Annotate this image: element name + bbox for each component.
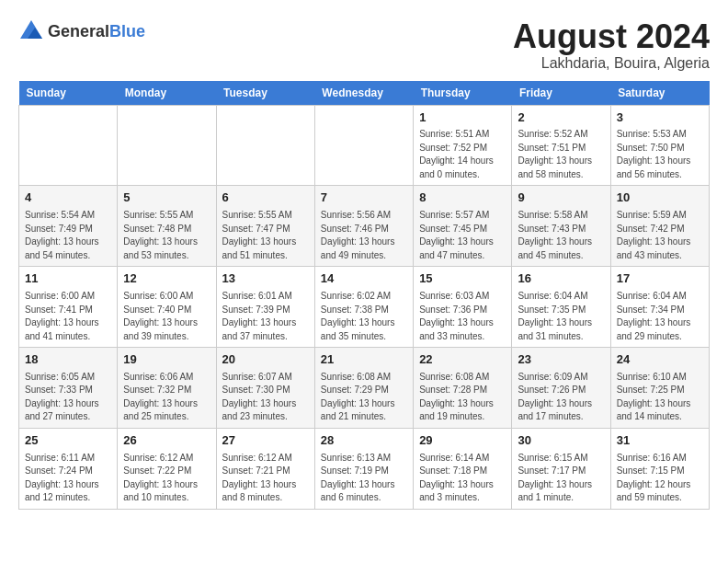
day-number-17: 17 (617, 270, 703, 288)
logo-text: General Blue (48, 23, 145, 40)
cell-1-3: 7Sunrise: 5:56 AM Sunset: 7:46 PM Daylig… (314, 186, 413, 267)
day-info-14: Sunrise: 6:02 AM Sunset: 7:38 PM Dayligh… (321, 290, 407, 343)
day-info-12: Sunrise: 6:00 AM Sunset: 7:40 PM Dayligh… (123, 290, 210, 343)
cell-4-4: 29Sunrise: 6:14 AM Sunset: 7:18 PM Dayli… (414, 428, 512, 509)
day-number-18: 18 (25, 351, 111, 369)
day-number-20: 20 (222, 351, 309, 369)
day-number-13: 13 (222, 270, 309, 288)
day-info-4: Sunrise: 5:54 AM Sunset: 7:49 PM Dayligh… (25, 209, 111, 262)
calendar-body: 1Sunrise: 5:51 AM Sunset: 7:52 PM Daylig… (19, 105, 710, 509)
day-info-30: Sunrise: 6:15 AM Sunset: 7:17 PM Dayligh… (518, 452, 604, 505)
header-tuesday: Tuesday (216, 81, 314, 106)
day-number-30: 30 (518, 432, 604, 450)
day-info-16: Sunrise: 6:04 AM Sunset: 7:35 PM Dayligh… (518, 290, 604, 343)
day-number-27: 27 (222, 432, 309, 450)
day-info-3: Sunrise: 5:53 AM Sunset: 7:50 PM Dayligh… (617, 128, 703, 181)
day-number-4: 4 (25, 190, 111, 207)
day-number-7: 7 (321, 190, 407, 207)
subtitle: Lakhdaria, Bouira, Algeria (513, 55, 710, 72)
cell-4-2: 27Sunrise: 6:12 AM Sunset: 7:21 PM Dayli… (216, 428, 314, 509)
day-info-26: Sunrise: 6:12 AM Sunset: 7:22 PM Dayligh… (123, 452, 210, 505)
cell-3-6: 24Sunrise: 6:10 AM Sunset: 7:25 PM Dayli… (610, 348, 709, 429)
day-info-25: Sunrise: 6:11 AM Sunset: 7:24 PM Dayligh… (25, 452, 111, 505)
day-info-9: Sunrise: 5:58 AM Sunset: 7:43 PM Dayligh… (518, 209, 604, 262)
cell-0-6: 3Sunrise: 5:53 AM Sunset: 7:50 PM Daylig… (610, 105, 709, 186)
cell-2-3: 14Sunrise: 6:02 AM Sunset: 7:38 PM Dayli… (314, 267, 413, 348)
header-thursday: Thursday (414, 81, 512, 106)
day-number-21: 21 (321, 351, 407, 369)
logo-blue: Blue (109, 23, 145, 40)
day-info-20: Sunrise: 6:07 AM Sunset: 7:30 PM Dayligh… (222, 371, 309, 424)
day-number-16: 16 (518, 270, 604, 288)
week-row-3: 18Sunrise: 6:05 AM Sunset: 7:33 PM Dayli… (19, 348, 710, 429)
day-info-1: Sunrise: 5:51 AM Sunset: 7:52 PM Dayligh… (419, 128, 506, 181)
cell-2-2: 13Sunrise: 6:01 AM Sunset: 7:39 PM Dayli… (216, 267, 314, 348)
day-number-12: 12 (123, 270, 210, 288)
main-title: August 2024 (513, 18, 710, 55)
cell-0-2 (216, 105, 314, 186)
cell-2-1: 12Sunrise: 6:00 AM Sunset: 7:40 PM Dayli… (118, 267, 216, 348)
cell-3-1: 19Sunrise: 6:06 AM Sunset: 7:32 PM Dayli… (118, 348, 216, 429)
day-number-10: 10 (617, 190, 703, 207)
day-number-31: 31 (617, 432, 703, 450)
cell-0-5: 2Sunrise: 5:52 AM Sunset: 7:51 PM Daylig… (512, 105, 610, 186)
day-info-7: Sunrise: 5:56 AM Sunset: 7:46 PM Dayligh… (321, 209, 407, 262)
day-info-23: Sunrise: 6:09 AM Sunset: 7:26 PM Dayligh… (518, 371, 604, 424)
header-wednesday: Wednesday (314, 81, 413, 106)
week-row-1: 4Sunrise: 5:54 AM Sunset: 7:49 PM Daylig… (19, 186, 710, 267)
day-number-8: 8 (419, 190, 506, 207)
cell-4-6: 31Sunrise: 6:16 AM Sunset: 7:15 PM Dayli… (610, 428, 709, 509)
day-number-15: 15 (419, 270, 506, 288)
day-number-1: 1 (419, 109, 506, 127)
day-number-22: 22 (419, 351, 506, 369)
header-monday: Monday (118, 81, 216, 106)
day-info-28: Sunrise: 6:13 AM Sunset: 7:19 PM Dayligh… (321, 452, 407, 505)
logo: General Blue (18, 18, 145, 44)
cell-0-1 (118, 105, 216, 186)
day-info-24: Sunrise: 6:10 AM Sunset: 7:25 PM Dayligh… (617, 371, 703, 424)
cell-2-0: 11Sunrise: 6:00 AM Sunset: 7:41 PM Dayli… (19, 267, 118, 348)
day-info-15: Sunrise: 6:03 AM Sunset: 7:36 PM Dayligh… (419, 290, 506, 343)
day-number-14: 14 (321, 270, 407, 288)
header-friday: Friday (512, 81, 610, 106)
day-info-10: Sunrise: 5:59 AM Sunset: 7:42 PM Dayligh… (617, 209, 703, 262)
day-number-24: 24 (617, 351, 703, 369)
day-number-28: 28 (321, 432, 407, 450)
day-number-19: 19 (123, 351, 210, 369)
week-row-4: 25Sunrise: 6:11 AM Sunset: 7:24 PM Dayli… (19, 428, 710, 509)
header-sunday: Sunday (19, 81, 118, 106)
day-number-23: 23 (518, 351, 604, 369)
day-number-25: 25 (25, 432, 111, 450)
cell-3-0: 18Sunrise: 6:05 AM Sunset: 7:33 PM Dayli… (19, 348, 118, 429)
day-info-19: Sunrise: 6:06 AM Sunset: 7:32 PM Dayligh… (123, 371, 210, 424)
cell-4-1: 26Sunrise: 6:12 AM Sunset: 7:22 PM Dayli… (118, 428, 216, 509)
week-row-0: 1Sunrise: 5:51 AM Sunset: 7:52 PM Daylig… (19, 105, 710, 186)
cell-2-4: 15Sunrise: 6:03 AM Sunset: 7:36 PM Dayli… (414, 267, 512, 348)
day-info-21: Sunrise: 6:08 AM Sunset: 7:29 PM Dayligh… (321, 371, 407, 424)
day-info-29: Sunrise: 6:14 AM Sunset: 7:18 PM Dayligh… (419, 452, 506, 505)
day-number-5: 5 (123, 190, 210, 207)
logo-icon (18, 18, 44, 44)
header-saturday: Saturday (610, 81, 709, 106)
cell-0-3 (314, 105, 413, 186)
cell-3-4: 22Sunrise: 6:08 AM Sunset: 7:28 PM Dayli… (414, 348, 512, 429)
header-row: Sunday Monday Tuesday Wednesday Thursday… (19, 81, 710, 106)
day-info-8: Sunrise: 5:57 AM Sunset: 7:45 PM Dayligh… (419, 209, 506, 262)
day-info-6: Sunrise: 5:55 AM Sunset: 7:47 PM Dayligh… (222, 209, 309, 262)
day-info-11: Sunrise: 6:00 AM Sunset: 7:41 PM Dayligh… (25, 290, 111, 343)
cell-1-2: 6Sunrise: 5:55 AM Sunset: 7:47 PM Daylig… (216, 186, 314, 267)
title-block: August 2024 Lakhdaria, Bouira, Algeria (513, 18, 710, 72)
cell-1-1: 5Sunrise: 5:55 AM Sunset: 7:48 PM Daylig… (118, 186, 216, 267)
day-info-31: Sunrise: 6:16 AM Sunset: 7:15 PM Dayligh… (617, 452, 703, 505)
day-info-2: Sunrise: 5:52 AM Sunset: 7:51 PM Dayligh… (518, 128, 604, 181)
cell-3-2: 20Sunrise: 6:07 AM Sunset: 7:30 PM Dayli… (216, 348, 314, 429)
page-header: General Blue August 2024 Lakhdaria, Boui… (18, 18, 710, 72)
cell-3-3: 21Sunrise: 6:08 AM Sunset: 7:29 PM Dayli… (314, 348, 413, 429)
day-info-22: Sunrise: 6:08 AM Sunset: 7:28 PM Dayligh… (419, 371, 506, 424)
day-info-17: Sunrise: 6:04 AM Sunset: 7:34 PM Dayligh… (617, 290, 703, 343)
cell-4-3: 28Sunrise: 6:13 AM Sunset: 7:19 PM Dayli… (314, 428, 413, 509)
cell-4-0: 25Sunrise: 6:11 AM Sunset: 7:24 PM Dayli… (19, 428, 118, 509)
day-info-5: Sunrise: 5:55 AM Sunset: 7:48 PM Dayligh… (123, 209, 210, 262)
day-info-27: Sunrise: 6:12 AM Sunset: 7:21 PM Dayligh… (222, 452, 309, 505)
day-number-11: 11 (25, 270, 111, 288)
